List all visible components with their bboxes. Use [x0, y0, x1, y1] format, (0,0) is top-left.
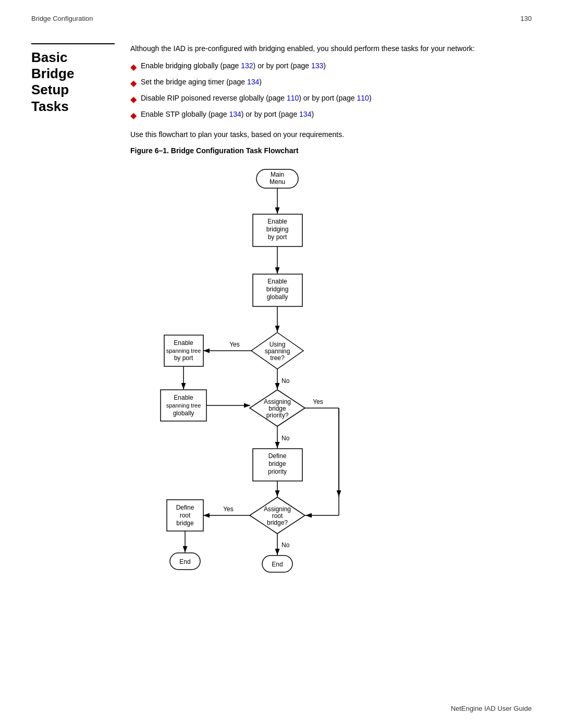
svg-text:Enable: Enable: [174, 339, 193, 347]
list-item: ◆ Enable STP globally (page 134) or by p…: [130, 109, 532, 122]
left-column: BasicBridgeSetupTasks: [31, 43, 115, 633]
bullet-icon: ◆: [130, 93, 137, 106]
svg-text:bridge: bridge: [268, 405, 286, 412]
svg-text:Yes: Yes: [223, 505, 234, 513]
svg-text:Enable: Enable: [267, 278, 287, 285]
svg-text:Enable: Enable: [174, 394, 193, 401]
svg-text:Enable: Enable: [267, 218, 287, 225]
bullet-text-4: Enable STP globally (page 134) or by por…: [141, 109, 314, 120]
svg-text:bridge: bridge: [176, 520, 194, 527]
svg-text:spanning tree: spanning tree: [166, 402, 201, 409]
link-132[interactable]: 132: [241, 61, 253, 70]
footer-text: NetEngine IAD User Guide: [451, 705, 532, 712]
use-text: Use this flowchart to plan your tasks, b…: [130, 129, 532, 140]
figure-label: Figure 6–1. Bridge Configuration Task Fl…: [130, 146, 532, 155]
link-133[interactable]: 133: [311, 61, 323, 70]
svg-text:tree?: tree?: [270, 354, 285, 362]
svg-text:Yes: Yes: [229, 341, 240, 348]
header-right: 130: [520, 15, 532, 22]
svg-text:No: No: [282, 541, 290, 549]
bullet-text-3: Disable RIP poisoned reverse globally (p…: [141, 93, 372, 104]
link-134b[interactable]: 134: [229, 110, 241, 118]
svg-text:Assigning: Assigning: [264, 505, 291, 513]
svg-text:Define: Define: [176, 504, 194, 511]
svg-text:End: End: [272, 561, 283, 568]
svg-text:Assigning: Assigning: [264, 398, 291, 405]
svg-text:by port: by port: [268, 233, 287, 241]
list-item: ◆ Disable RIP poisoned reverse globally …: [130, 93, 532, 106]
right-column: Although the IAD is pre-configured with …: [130, 43, 532, 633]
header-left: Bridge Configuration: [31, 15, 93, 22]
svg-text:by port: by port: [174, 354, 193, 362]
bullet-icon: ◆: [130, 61, 137, 73]
link-134c[interactable]: 134: [299, 110, 311, 118]
svg-text:bridge?: bridge?: [267, 519, 288, 526]
svg-text:Using: Using: [270, 341, 286, 348]
flowchart: Main Menu Enable bridging by port Enable…: [115, 164, 480, 633]
svg-text:Main: Main: [271, 171, 284, 178]
svg-text:bridge: bridge: [268, 460, 286, 467]
svg-text:spanning tree: spanning tree: [166, 348, 201, 354]
svg-text:globally: globally: [173, 410, 194, 417]
svg-text:No: No: [282, 435, 290, 442]
list-item: ◆ Set the bridge aging timer (page 134): [130, 77, 532, 90]
svg-text:root: root: [272, 512, 283, 520]
link-134a[interactable]: 134: [247, 78, 259, 86]
svg-text:bridging: bridging: [266, 286, 289, 293]
flowchart-svg: Main Menu Enable bridging by port Enable…: [115, 164, 480, 633]
svg-text:priority?: priority?: [266, 412, 289, 419]
svg-text:Define: Define: [268, 452, 287, 460]
link-110a[interactable]: 110: [287, 94, 299, 102]
section-title: BasicBridgeSetupTasks: [31, 43, 115, 115]
intro-text: Although the IAD is pre-configured with …: [130, 43, 532, 54]
bullet-text-1: Enable bridging globally (page 132) or b…: [141, 60, 326, 71]
list-item: ◆ Enable bridging globally (page 132) or…: [130, 60, 532, 73]
svg-text:globally: globally: [267, 293, 288, 301]
svg-text:root: root: [180, 512, 191, 519]
bullet-list: ◆ Enable bridging globally (page 132) or…: [130, 60, 532, 122]
bullet-text-2: Set the bridge aging timer (page 134): [141, 77, 262, 88]
svg-text:priority: priority: [268, 468, 287, 475]
bullet-icon: ◆: [130, 77, 137, 90]
svg-text:No: No: [282, 377, 290, 385]
bullet-icon: ◆: [130, 109, 137, 122]
link-110b[interactable]: 110: [357, 94, 369, 102]
svg-text:Yes: Yes: [313, 398, 323, 405]
svg-text:spanning: spanning: [265, 348, 290, 355]
svg-text:End: End: [179, 558, 190, 565]
svg-text:bridging: bridging: [266, 226, 289, 233]
svg-text:Menu: Menu: [270, 178, 285, 186]
footer: NetEngine IAD User Guide: [451, 705, 532, 712]
